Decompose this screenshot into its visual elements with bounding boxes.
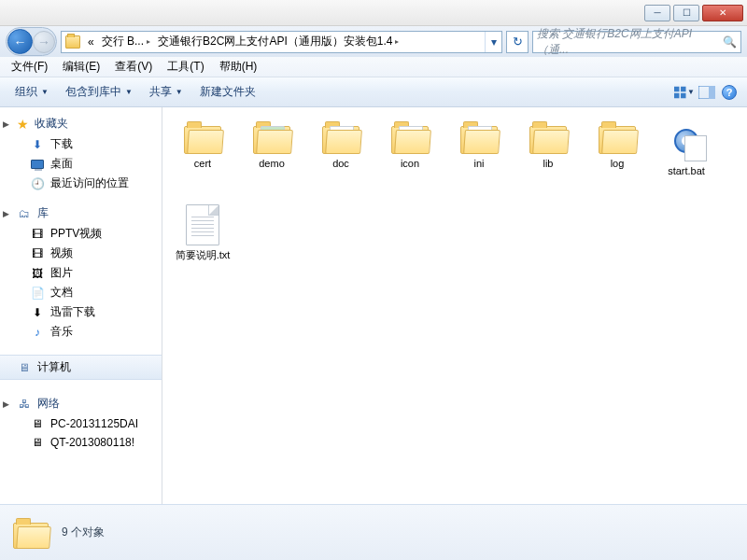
nav-desktop[interactable]: 桌面	[0, 154, 162, 174]
help-icon: ?	[722, 85, 737, 100]
file-item-cert[interactable]: cert	[168, 117, 237, 201]
nav-computer-label: 计算机	[37, 359, 71, 375]
folder-icon	[251, 120, 292, 154]
help-button[interactable]: ?	[719, 82, 740, 103]
file-item-doc[interactable]: doc	[306, 117, 375, 201]
include-in-library-button[interactable]: 包含到库中 ▼	[58, 81, 140, 103]
chevron-down-icon: ▼	[687, 88, 695, 96]
expand-icon[interactable]: ▶	[3, 399, 9, 409]
search-placeholder: 搜索 交通银行B2C网上支付API（通...	[537, 26, 719, 58]
file-item-log[interactable]: log	[583, 117, 652, 201]
chevron-right-icon[interactable]: ▸	[395, 37, 399, 46]
breadcrumb-seg-1-label: 交行 B...	[102, 34, 144, 49]
file-item-start-bat[interactable]: start.bat	[652, 117, 721, 201]
file-item-label: doc	[332, 158, 349, 170]
share-button[interactable]: 共享 ▼	[142, 81, 190, 103]
nav-documents[interactable]: 📄文档	[0, 283, 162, 302]
nav-video-label: 视频	[50, 245, 73, 261]
maximize-button[interactable]: ☐	[673, 5, 699, 21]
svg-rect-1	[681, 86, 685, 91]
navigation-pane[interactable]: ▶ ★ 收藏夹 ⬇ 下载 桌面 🕘 最近访问的位置 ▶ 🗂 库 🎞PPTV视频 …	[0, 107, 162, 504]
file-item-简要说明-txt[interactable]: 简要说明.txt	[168, 201, 237, 285]
expand-icon[interactable]: ▶	[3, 119, 9, 129]
folder-icon	[528, 120, 569, 154]
status-bar: 9 个对象	[0, 504, 747, 560]
music-icon: ♪	[30, 325, 45, 340]
share-label: 共享	[149, 84, 172, 100]
breadcrumb-seg-2[interactable]: 交通银行B2C网上支付API（通用版）安装包1.4 ▸	[154, 32, 485, 52]
recent-icon: 🕘	[30, 176, 45, 191]
window-titlebar: ─ ☐ ✕	[0, 0, 747, 26]
organize-button[interactable]: 组织 ▼	[7, 81, 56, 103]
menu-view[interactable]: 查看(V)	[107, 57, 160, 77]
nav-network-label: 网络	[37, 396, 60, 412]
back-button[interactable]: ←	[7, 29, 33, 54]
breadcrumb-prefix[interactable]: «	[84, 32, 98, 52]
preview-pane-button[interactable]	[697, 82, 717, 103]
address-bar[interactable]: « 交行 B... ▸ 交通银行B2C网上支付API（通用版）安装包1.4 ▸ …	[61, 31, 502, 53]
nav-network-pc1[interactable]: 🖥PC-20131125DAI	[0, 414, 162, 433]
picture-icon: 🖼	[30, 266, 45, 281]
address-history-dropdown[interactable]: ▾	[485, 32, 501, 52]
search-input[interactable]: 搜索 交通银行B2C网上支付API（通... 🔍	[532, 31, 741, 53]
menu-tools[interactable]: 工具(T)	[160, 57, 211, 77]
file-item-icon[interactable]: icon	[375, 117, 444, 201]
breadcrumb-seg-1[interactable]: 交行 B... ▸	[98, 32, 154, 52]
file-item-label: icon	[401, 158, 419, 170]
menu-edit[interactable]: 编辑(E)	[55, 57, 107, 77]
file-list[interactable]: certdemodociconiniliblogstart.bat简要说明.tx…	[162, 107, 747, 504]
nav-favorites[interactable]: ▶ ★ 收藏夹	[0, 113, 162, 134]
file-item-demo[interactable]: demo	[237, 117, 306, 201]
include-label: 包含到库中	[65, 84, 121, 100]
command-toolbar: 组织 ▼ 包含到库中 ▼ 共享 ▼ 新建文件夹 ▼ ?	[0, 77, 747, 107]
nav-desktop-label: 桌面	[50, 156, 73, 172]
file-item-lib[interactable]: lib	[514, 117, 583, 201]
address-bar-row: ← → « 交行 B... ▸ 交通银行B2C网上支付API（通用版）安装包1.…	[0, 26, 747, 57]
svg-rect-3	[681, 92, 685, 97]
nav-computer[interactable]: 🖥 计算机	[0, 355, 162, 380]
nav-documents-label: 文档	[50, 285, 73, 301]
file-item-label: demo	[259, 158, 285, 170]
new-folder-label: 新建文件夹	[200, 84, 256, 100]
chevron-down-icon: ▼	[125, 88, 133, 96]
close-button[interactable]: ✕	[702, 5, 743, 21]
new-folder-button[interactable]: 新建文件夹	[192, 81, 263, 103]
file-item-label: 简要说明.txt	[176, 249, 231, 261]
menu-help[interactable]: 帮助(H)	[212, 57, 265, 77]
nav-downloads[interactable]: ⬇ 下载	[0, 134, 162, 154]
file-item-label: ini	[473, 158, 484, 170]
file-item-ini[interactable]: ini	[444, 117, 514, 201]
expand-icon[interactable]: ▶	[3, 209, 9, 218]
forward-button[interactable]: →	[33, 31, 55, 53]
nav-library[interactable]: ▶ 🗂 库	[0, 203, 162, 224]
nav-network[interactable]: ▶ 🖧 网络	[0, 393, 162, 414]
menu-bar: 文件(F) 编辑(E) 查看(V) 工具(T) 帮助(H)	[0, 57, 747, 77]
nav-xunlei[interactable]: ⬇迅雷下载	[0, 302, 162, 322]
computer-icon: 🖥	[17, 360, 32, 375]
nav-pptv-label: PPTV视频	[50, 226, 102, 242]
nav-video[interactable]: 🎞视频	[0, 244, 162, 263]
nav-pc1-label: PC-20131125DAI	[50, 417, 138, 430]
nav-recent-label: 最近访问的位置	[50, 175, 129, 191]
minimize-button[interactable]: ─	[644, 5, 670, 21]
refresh-button[interactable]: ↻	[506, 31, 529, 53]
nav-network-pc2[interactable]: 🖥QT-2013080118!	[0, 433, 162, 452]
nav-library-label: 库	[37, 205, 49, 221]
chevron-right-icon[interactable]: ▸	[147, 37, 150, 46]
nav-pictures[interactable]: 🖼图片	[0, 263, 162, 283]
nav-pictures-label: 图片	[50, 265, 73, 281]
search-icon[interactable]: 🔍	[723, 35, 737, 49]
menu-file[interactable]: 文件(F)	[4, 57, 55, 77]
nav-recent[interactable]: 🕘 最近访问的位置	[0, 174, 162, 193]
nav-pptv[interactable]: 🎞PPTV视频	[0, 224, 162, 244]
download-icon: ⬇	[30, 305, 45, 320]
breadcrumb-seg-2-label: 交通银行B2C网上支付API（通用版）安装包1.4	[158, 34, 392, 49]
address-folder-icon	[62, 32, 84, 52]
folder-icon	[389, 120, 430, 154]
video-icon: 🎞	[30, 246, 45, 261]
nav-music[interactable]: ♪音乐	[0, 322, 162, 342]
change-view-button[interactable]: ▼	[674, 82, 695, 103]
file-item-label: start.bat	[668, 165, 705, 177]
organize-label: 组织	[15, 84, 37, 100]
status-count: 9 个对象	[62, 525, 105, 540]
